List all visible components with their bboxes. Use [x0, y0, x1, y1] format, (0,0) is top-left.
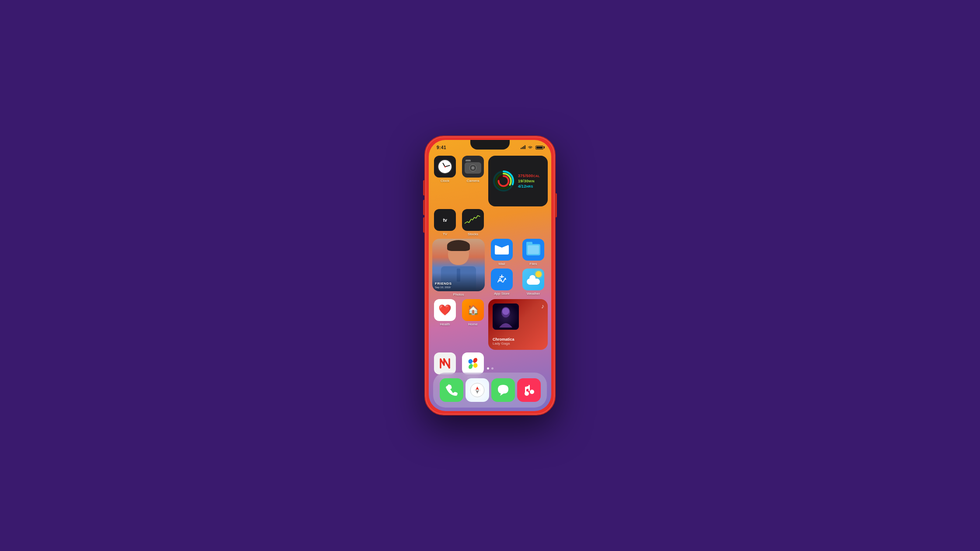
fitness-calories: 375/500CAL — [518, 174, 540, 178]
stocks-label: Stocks — [468, 232, 478, 236]
page-dots — [429, 367, 551, 370]
appstore-icon — [496, 273, 508, 286]
phone-shell: 9:41 — [424, 136, 556, 415]
health-app[interactable]: ❤️ Health — [432, 299, 458, 326]
wifi-icon — [528, 146, 533, 150]
safari-icon — [469, 382, 485, 398]
photos-date: Sep 10, 2019 — [435, 286, 482, 289]
files-label: Files — [530, 262, 537, 266]
mail-label: Mail — [499, 262, 505, 266]
home-app[interactable]: 🏠 Home — [460, 299, 486, 326]
dock — [433, 373, 547, 408]
music-dock-icon — [523, 384, 535, 396]
battery-icon — [536, 146, 543, 150]
photos-widget-label: Photos — [453, 293, 464, 296]
screen: 9:41 — [429, 140, 551, 411]
signal-icon — [521, 146, 525, 149]
camera-label: Camera — [467, 179, 479, 183]
files-app[interactable]: Files — [519, 239, 548, 266]
album-art — [493, 303, 519, 330]
photos-widget[interactable]: FRIENDS Sep 10, 2019 — [432, 239, 485, 291]
music-artist-name: Lady Gaga — [493, 342, 543, 345]
tv-app[interactable]: tv TV — [432, 209, 458, 236]
home-label: Home — [468, 322, 477, 326]
appstore-label: App Store — [494, 292, 510, 296]
stocks-chart-icon — [465, 214, 481, 226]
dock-safari[interactable] — [466, 378, 489, 402]
weather-label: Weather — [527, 292, 540, 296]
music-album-title: Chromatica — [493, 337, 543, 342]
fitness-minutes: 19/30MIN — [518, 179, 540, 183]
music-widget[interactable]: ♪ Chromatica Lady Gaga — [488, 299, 548, 350]
dock-phone[interactable] — [440, 378, 463, 402]
svg-point-8 — [502, 308, 509, 315]
album-figure — [493, 303, 519, 330]
messages-icon — [497, 384, 510, 396]
photos-friends-text: FRIENDS — [435, 282, 482, 286]
page-dot-1 — [487, 367, 489, 370]
appstore-app[interactable]: App Store — [487, 269, 516, 296]
app-row-3: FRIENDS Sep 10, 2019 Photos — [432, 239, 548, 296]
health-label: Health — [440, 322, 450, 326]
activity-rings — [493, 170, 514, 192]
fitness-hours: 4/12HRS — [518, 184, 540, 188]
weather-app[interactable]: Weather — [519, 269, 548, 296]
tv-label: TV — [443, 232, 447, 236]
svg-rect-21 — [525, 387, 526, 394]
mail-app[interactable]: Mail — [487, 239, 516, 266]
photos-widget-container: FRIENDS Sep 10, 2019 Photos — [432, 239, 485, 296]
app-row-1: Clock Camera — [432, 156, 548, 206]
status-time: 9:41 — [437, 145, 446, 150]
app-row-4: ❤️ Health 🏠 Home — [432, 299, 548, 350]
stocks-app[interactable]: Stocks — [460, 209, 486, 236]
dock-messages[interactable] — [491, 378, 515, 402]
svg-point-19 — [530, 390, 534, 394]
notch — [470, 140, 510, 150]
photos-overlay: FRIENDS Sep 10, 2019 — [432, 273, 485, 291]
clock-app[interactable]: Clock — [432, 156, 458, 183]
page-dot-2 — [491, 367, 494, 370]
svg-point-11 — [472, 362, 474, 365]
home-content: Clock Camera — [429, 152, 551, 372]
music-note-icon: ♪ — [541, 303, 544, 310]
fitness-stats: 375/500CAL 19/30MIN 4/12HRS — [518, 174, 540, 188]
app-row-2: tv TV Stocks — [432, 209, 548, 236]
dock-music[interactable] — [517, 378, 541, 402]
phone-icon — [445, 384, 458, 397]
clock-label: Clock — [441, 179, 449, 183]
status-icons — [521, 146, 543, 150]
background: 9:41 — [0, 0, 980, 551]
camera-app[interactable]: Camera — [460, 156, 486, 183]
right-grid: Mail Files — [487, 239, 548, 296]
music-info: Chromatica Lady Gaga — [493, 337, 543, 345]
fitness-widget[interactable]: 375/500CAL 19/30MIN 4/12HRS — [488, 156, 548, 206]
